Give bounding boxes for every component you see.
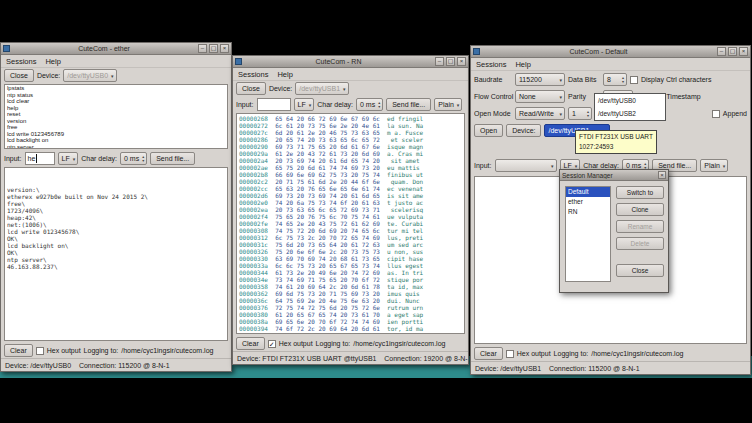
hex-row: 00000376 72 75 74 72 75 6d 20 75 72 6e r… [237,304,464,311]
output-line: OK\ [5,235,227,242]
maximize-icon[interactable]: ▢ [209,44,218,53]
menu-sessions[interactable]: Sessions [6,57,36,66]
databits-spinner[interactable]: 8 ▴▾ [603,73,627,86]
open-mode-combo[interactable]: Read/Write ▾ [515,107,565,120]
display-mode-combo[interactable]: Plain ▾ [700,159,728,172]
output-line: net:(1006)\ [5,221,227,228]
spinner-arrows-icon[interactable]: ▴▾ [644,162,646,169]
dialog-button[interactable]: Close [616,264,664,277]
hex-row: 0000034e 73 74 69 71 75 65 20 70 6f 72 s… [237,276,464,283]
flow-control-label: Flow Control [474,93,512,100]
titlebar[interactable]: CuteCom - Default – ▢ × [471,46,750,58]
session-list[interactable]: DefaultetherRN [565,186,611,282]
titlebar[interactable]: CuteCom - ether – ▢ × [1,43,231,55]
device-dropdown-item[interactable]: /dev/ttyUSB0 [595,94,665,107]
char-delay-spinner[interactable]: 0 ms ▴▾ [120,152,147,165]
chevron-down-icon: ▾ [111,73,114,79]
line-end-combo[interactable]: LF ▾ [294,98,315,111]
minimize-icon[interactable]: – [198,44,207,53]
display-ctrl-checkbox[interactable] [630,76,638,84]
hex-row: 000002ae 65 75 20 6d 61 74 74 69 73 20 e… [237,164,464,171]
window-title: CuteCom - ether [12,45,196,52]
hex-row: 000002b8 66 69 6e 69 62 75 73 20 75 74 f… [237,171,464,178]
char-delay-spinner[interactable]: 0 ms ▴▾ [356,98,383,111]
close-device-button[interactable]: Close [236,82,266,95]
line-end-combo[interactable]: LF ▾ [58,152,79,165]
session-item[interactable]: ether [566,197,610,207]
spinner-arrows-icon[interactable]: ▴▾ [622,76,624,83]
hex-output-checkbox[interactable]: ✓ [268,340,276,348]
menu-sessions[interactable]: Sessions [238,70,268,79]
close-icon[interactable]: × [739,47,748,56]
menu-help[interactable]: Help [277,70,292,79]
session-item[interactable]: Default [566,187,610,197]
titlebar[interactable]: CuteCom - RN – ▢ × [233,56,468,68]
dialog-button[interactable]: Delete [616,237,664,250]
output-line: etherex e927b0e built on Nov 24 2015 2\ [5,193,227,200]
open-mode-label: Open Mode [474,110,512,117]
char-delay-label: Char delay: [317,101,353,108]
open-device-button[interactable]: Open [474,124,503,137]
command-input[interactable]: he [25,152,55,165]
status-bar: Device: /dev/ttyUSB0 Connection: 115200 … [1,358,231,371]
spinner-arrows-icon[interactable]: ▴▾ [587,110,589,117]
hex-row: 00000326 75 20 6e 6f 6e 2c 20 73 75 73 u… [237,248,464,255]
dialog-title: Session Manager [562,172,656,179]
minimize-icon[interactable]: – [717,47,726,56]
send-file-button[interactable]: Send file... [386,98,431,111]
status-bar: Device: /dev/ttyUSB1 Connection: 115200 … [471,361,750,374]
hex-row: 0000038a 69 65 6e 20 70 6f 72 74 74 69 i… [237,318,464,325]
stop-bits-spinner[interactable]: 1 ▴▾ [568,107,592,120]
logging-path: /home/cyc1ingsir/cutecom.log [353,340,445,347]
close-icon[interactable]: × [220,44,229,53]
dialog-button[interactable]: Switch to [616,186,664,199]
history-item[interactable]: ntp server [5,144,227,150]
baudrate-combo[interactable]: 115200 ▾ [515,73,565,86]
hex-output-checkbox[interactable] [36,347,44,355]
hex-row: 00000358 74 61 20 69 64 2c 20 6d 61 78 t… [237,283,464,290]
menu-sessions[interactable]: Sessions [476,60,506,69]
dialog-button[interactable]: Rename [616,220,664,233]
spinner-arrows-icon[interactable]: ▴▾ [378,101,380,108]
device-dropdown-list[interactable]: /dev/ttyUSB0/dev/ttyUSB2 [594,93,666,121]
menu-help[interactable]: Help [45,57,60,66]
char-delay-label: Char delay: [583,162,619,169]
bottom-bar: Clear ✓ Hex output Logging to: /home/cyc… [236,336,465,351]
clear-button[interactable]: Clear [4,344,33,357]
menu-help[interactable]: Help [515,60,530,69]
display-mode-combo[interactable]: Plain ▾ [434,98,462,111]
hex-output-checkbox[interactable] [506,350,514,358]
session-item[interactable]: RN [566,207,610,217]
char-delay-label: Char delay: [81,155,117,162]
output-line: heap:42\ [5,214,227,221]
chevron-down-icon: ▾ [559,94,562,100]
maximize-icon[interactable]: ▢ [446,57,455,66]
logging-label: Logging to: [554,350,589,357]
command-input-combo[interactable]: ▾ [495,159,557,172]
chevron-down-icon: ▾ [559,77,562,83]
send-file-button[interactable]: Send file... [150,152,195,165]
device-dropdown-item[interactable]: /dev/ttyUSB2 [595,107,665,120]
minimize-icon[interactable]: – [435,57,444,66]
output-line: version:\ [5,186,227,193]
clear-button[interactable]: Clear [474,347,503,360]
command-history-list[interactable]: lpstatsntp statuslcd clearhelpresetversi… [4,84,228,149]
hex-row: 00000312 6c 75 73 2c 20 70 72 65 74 69 l… [237,234,464,241]
close-device-button[interactable]: Close [4,69,34,82]
clear-button[interactable]: Clear [236,337,265,350]
status-bar: Device: FTDI FT231X USB UART @ttyUSB1 Co… [233,351,468,364]
command-input[interactable] [257,98,291,111]
dialog-titlebar[interactable]: Session Manager × [560,170,668,181]
device-tab[interactable]: Device: [506,124,541,137]
close-icon[interactable]: × [658,171,666,179]
append-checkbox[interactable] [712,110,720,118]
dialog-button[interactable]: Clone [616,203,664,216]
flow-control-combo[interactable]: None ▾ [515,90,565,103]
output-line: free\ [5,200,227,207]
spinner-arrows-icon[interactable]: ▴▾ [142,155,144,162]
close-icon[interactable]: × [457,57,466,66]
window-title: CuteCom - Default [482,48,715,55]
hex-row: 00000394 74 6f 72 2c 20 69 64 20 6d 61 t… [237,325,464,332]
maximize-icon[interactable]: ▢ [728,47,737,56]
hex-output-label: Hex output [279,340,313,347]
